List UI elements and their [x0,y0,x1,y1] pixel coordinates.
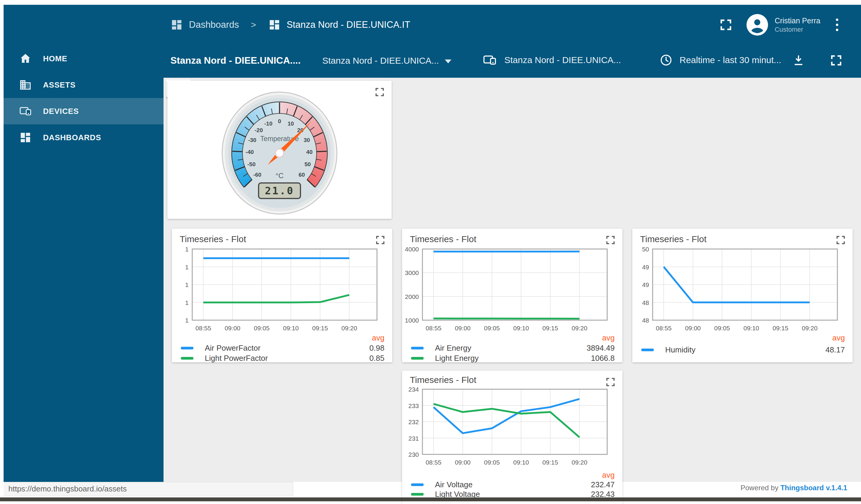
svg-text:4000: 4000 [405,247,419,253]
series-swatch [181,347,193,350]
series-swatch [411,483,424,486]
series-avg-value: 0.98 [369,343,384,353]
series-avg-value: 1066.8 [591,354,615,363]
thingsboard-app: HOME ASSETS DEVICES DASHBOARDS Dashboard… [0,0,861,504]
devices-icon [483,53,496,67]
svg-text:-30: -30 [248,137,256,143]
svg-text:09:05: 09:05 [484,325,500,331]
legend-row: Air Energy 3894.49 [411,343,615,352]
svg-text:50: 50 [642,247,649,253]
series-name: Light PowerFactor [205,354,268,363]
dashboard-toolbar: Stanza Nord - DIEE.UNICA.... Stanza Nord… [164,45,861,78]
svg-text:08:55: 08:55 [426,325,441,331]
svg-text:49: 49 [642,281,649,288]
timewindow-select[interactable]: Realtime - last 30 minut... [659,53,781,67]
dashboard-state-select[interactable]: Stanza Nord - DIEE.UNICA... [322,56,451,66]
series-swatch [181,357,193,359]
svg-text:3000: 3000 [405,269,419,276]
svg-text:08:55: 08:55 [195,325,211,331]
sidebar: HOME ASSETS DEVICES DASHBOARDS [3,5,164,482]
dashboards-icon [19,131,32,144]
svg-text:234: 234 [408,387,419,393]
svg-text:48: 48 [642,317,649,324]
breadcrumb: Dashboards > Stanza Nord - DIEE.UNICA.IT [170,5,410,45]
breadcrumb-dashboards[interactable]: Dashboards [170,18,239,31]
legend-row: Air PowerFactor 0.98 [181,343,384,352]
clock-icon [659,53,673,67]
svg-text:0: 0 [278,118,281,124]
series-avg-value: 232.47 [591,480,615,489]
svg-text:230: 230 [408,451,419,458]
fullscreen-icon [374,87,385,97]
series-name: Light Energy [435,354,479,363]
footer: Powered by Thingsboard v.1.4.1 [740,484,847,492]
window-bottom-edge [0,498,861,501]
svg-text:49: 49 [642,264,649,271]
svg-text:09:00: 09:00 [455,459,470,466]
widget-temperature-gauge: -60-50-40-30-20-100102030405060Temperatu… [167,81,392,219]
svg-text:48: 48 [642,299,649,306]
svg-text:30: 30 [304,137,310,143]
svg-text:1: 1 [185,317,189,324]
user-menu[interactable]: Cristian Perra Customer [747,14,820,36]
widget-fullscreen-button[interactable] [374,87,385,98]
sidebar-item-label: HOME [43,54,67,63]
widget-fullscreen-button[interactable] [835,235,846,246]
svg-text:21.0: 21.0 [265,185,294,197]
svg-text:09:10: 09:10 [743,325,759,331]
widget-fullscreen-button[interactable] [375,235,386,246]
legend-agg-header: avg [602,471,615,480]
svg-text:09:05: 09:05 [254,325,270,331]
svg-text:08:55: 08:55 [426,459,441,466]
powered-by-label: Powered by [740,484,778,492]
widget-fullscreen-button[interactable] [605,235,616,246]
device-entity-select[interactable]: Stanza Nord - DIEE.UNICA... [483,53,621,67]
flot-line-chart: 08:5509:0009:0509:1009:1509:205049494848 [635,247,850,334]
sidebar-item-home[interactable]: HOME [3,45,164,72]
dashboard-title: Stanza Nord - DIEE.UNICA.... [170,55,301,66]
legend-row: Light Energy 1066.8 [411,354,615,363]
svg-text:1: 1 [185,247,189,253]
more-vert-icon [836,18,838,21]
flot-line-chart: 08:5509:0009:0509:1009:1509:204000300020… [405,247,620,334]
widget-timeseries-voltage: Timeseries - Flot 08:5509:0009:0509:1009… [402,371,623,504]
widget-title: Timeseries - Flot [180,234,246,244]
series-name: Air Energy [435,343,471,353]
svg-text:-10: -10 [264,121,272,127]
dashboards-icon [170,18,183,31]
series-avg-value: 3894.49 [587,343,615,353]
svg-text:60: 60 [299,172,305,178]
status-url: https://demo.thingsboard.io/assets [3,484,127,493]
breadcrumb-current-dashboard[interactable]: Stanza Nord - DIEE.UNICA.IT [268,18,410,31]
sidebar-item-label: DEVICES [43,107,79,116]
svg-text:09:20: 09:20 [802,325,818,331]
svg-text:-20: -20 [255,127,263,133]
thingsboard-version-link[interactable]: Thingsboard v.1.4.1 [780,484,847,492]
svg-text:09:00: 09:00 [224,325,241,331]
breadcrumb-separator: > [251,20,256,30]
svg-text:40: 40 [306,149,312,155]
svg-text:09:05: 09:05 [714,325,730,331]
series-swatch [411,493,424,496]
export-download-button[interactable] [792,54,805,67]
sidebar-item-devices[interactable]: DEVICES [3,98,164,124]
svg-text:09:00: 09:00 [685,325,701,331]
svg-text:-60: -60 [253,172,261,178]
sidebar-item-dashboards[interactable]: DASHBOARDS [3,124,164,151]
widget-title: Timeseries - Flot [410,375,476,385]
series-swatch [411,357,424,359]
sidebar-item-assets[interactable]: ASSETS [3,72,164,98]
svg-text:1000: 1000 [405,317,419,324]
more-menu-button[interactable] [834,17,840,33]
series-swatch [411,347,424,350]
fullscreen-icon [835,235,846,245]
legend-agg-header: avg [832,333,845,343]
svg-text:09:05: 09:05 [484,459,500,466]
flot-line-chart: 08:5509:0009:0509:1009:1509:202342332322… [405,387,620,468]
widget-timeseries-energy: Timeseries - Flot 08:5509:0009:0509:1009… [402,229,623,362]
svg-text:-40: -40 [245,149,254,155]
svg-text:09:10: 09:10 [513,325,529,331]
top-header: Dashboards > Stanza Nord - DIEE.UNICA.IT… [164,5,861,45]
toolbar-fullscreen-button[interactable] [830,54,843,67]
fullscreen-button[interactable] [719,18,733,32]
